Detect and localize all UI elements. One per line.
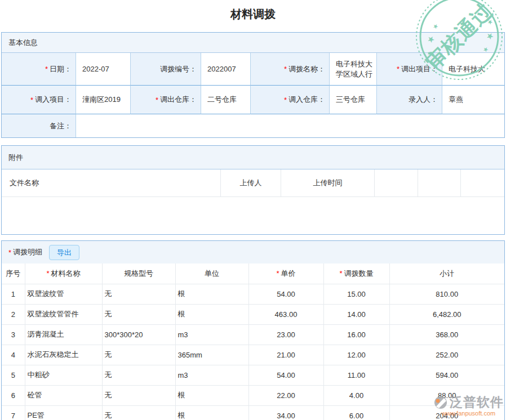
cell-subtotal: 810.00 bbox=[389, 284, 504, 304]
cell-spec-model: 无 bbox=[102, 405, 175, 420]
required-asterisk: * bbox=[397, 65, 400, 73]
cell-subtotal: 368.00 bbox=[389, 324, 504, 345]
field-value-transfer-name: 电子科技大学区域人行 bbox=[330, 53, 377, 86]
table-row: 6 砼管 无 根 22.00 4.00 88.00 bbox=[2, 385, 504, 405]
cell-unit: 根 bbox=[175, 385, 248, 405]
col-material-name: *材料名称 bbox=[25, 263, 102, 284]
field-value-out-project: 电子科技大 bbox=[442, 53, 504, 86]
transfer-detail-panel: * 调拨明细 导出 序号 *材料名称 规格型号 单位 *单价 *调拨数量 小计 … bbox=[1, 240, 505, 420]
cell-seq: 2 bbox=[2, 304, 25, 324]
field-label-in-warehouse: *调入仓库： bbox=[251, 86, 330, 114]
cell-unit: 根 bbox=[175, 405, 248, 420]
cell-seq: 7 bbox=[2, 405, 25, 420]
cell-transfer-qty: 14.00 bbox=[323, 304, 389, 324]
required-asterisk: * bbox=[339, 269, 342, 278]
cell-subtotal: 594.00 bbox=[389, 365, 504, 385]
export-button[interactable]: 导出 bbox=[49, 245, 79, 260]
cell-unit-price: 23.00 bbox=[248, 324, 323, 345]
cell-unit-price: 463.00 bbox=[248, 304, 323, 324]
stamp-star-icon: ★ bbox=[431, 22, 440, 31]
attachments-header: 附件 bbox=[2, 146, 504, 169]
attachment-col-uploader: 上传人 bbox=[221, 169, 281, 197]
table-row: 5 中粗砂 无 m3 54.00 11.00 594.00 bbox=[2, 365, 504, 385]
basic-info-panel: 基本信息 *日期： 2022-07 *调拨编号： 2022007 *调拨名称： … bbox=[1, 32, 505, 138]
required-asterisk: * bbox=[276, 269, 279, 278]
cell-transfer-qty: 16.00 bbox=[323, 324, 389, 345]
cell-material-name: 双壁波纹管 bbox=[25, 284, 102, 304]
cell-seq: 5 bbox=[2, 365, 25, 385]
col-unit-price: *单价 bbox=[248, 263, 323, 284]
required-asterisk: * bbox=[8, 248, 11, 257]
attachment-col-empty bbox=[418, 169, 461, 197]
cell-seq: 6 bbox=[2, 385, 25, 405]
required-asterisk: * bbox=[284, 96, 287, 104]
cell-transfer-qty: 4.00 bbox=[323, 385, 389, 405]
field-label-in-project: *调入项目： bbox=[2, 86, 76, 114]
page-title: 材料调拨 bbox=[0, 6, 506, 22]
cell-unit-price: 21.00 bbox=[248, 345, 323, 365]
basic-info-title: 基本信息 bbox=[8, 38, 38, 48]
required-asterisk: * bbox=[284, 65, 287, 73]
attachment-col-upload-time: 上传时间 bbox=[281, 169, 375, 197]
transfer-detail-table: 序号 *材料名称 规格型号 单位 *单价 *调拨数量 小计 1 双壁波纹管 无 … bbox=[2, 263, 504, 420]
table-row: 7 PE管 无 根 34.00 6.00 204.00 bbox=[2, 405, 504, 420]
cell-spec-model: 300*300*20 bbox=[102, 324, 175, 345]
cell-spec-model: 无 bbox=[102, 365, 175, 385]
transfer-detail-title: 调拨明细 bbox=[13, 247, 42, 257]
field-value-remark bbox=[76, 114, 504, 137]
attachments-title: 附件 bbox=[8, 153, 23, 163]
transfer-detail-header: * 调拨明细 导出 bbox=[2, 241, 504, 263]
table-row: 3 沥青混凝土 300*300*20 m3 23.00 16.00 368.00 bbox=[2, 324, 504, 345]
cell-transfer-qty: 15.00 bbox=[323, 284, 389, 304]
attachments-table: 文件名称 上传人 上传时间 bbox=[2, 169, 504, 197]
field-value-in-project: 潼南区2019 bbox=[76, 86, 131, 114]
cell-spec-model: 无 bbox=[102, 345, 175, 365]
cell-unit-price: 54.00 bbox=[248, 284, 323, 304]
required-asterisk: * bbox=[156, 96, 158, 104]
col-seq: 序号 bbox=[2, 263, 25, 284]
table-row: 4 水泥石灰稳定土 无 365mm 21.00 12.00 252.00 bbox=[2, 345, 504, 365]
field-label-out-project: *调出项目： bbox=[377, 53, 442, 86]
field-value-out-warehouse: 二号仓库 bbox=[201, 86, 251, 114]
cell-seq: 3 bbox=[2, 324, 25, 345]
cell-material-name: PE管 bbox=[25, 405, 102, 420]
cell-unit: m3 bbox=[175, 365, 248, 385]
field-value-in-warehouse: 三号仓库 bbox=[330, 86, 377, 114]
cell-spec-model: 无 bbox=[102, 304, 175, 324]
cell-transfer-qty: 12.00 bbox=[323, 345, 389, 365]
cell-unit: 根 bbox=[175, 304, 248, 324]
required-asterisk: * bbox=[30, 96, 33, 104]
attachment-col-filename: 文件名称 bbox=[2, 169, 221, 197]
cell-subtotal: 6,482.00 bbox=[389, 304, 504, 324]
table-row: 2 双壁波纹管管件 无 根 463.00 14.00 6,482.00 bbox=[2, 304, 504, 324]
field-label-remark: 备注： bbox=[2, 114, 76, 137]
attachments-empty-body bbox=[2, 197, 504, 234]
attachment-col-empty bbox=[375, 169, 418, 197]
cell-transfer-qty: 6.00 bbox=[323, 405, 389, 420]
cell-unit: m3 bbox=[175, 324, 248, 345]
cell-material-name: 沥青混凝土 bbox=[25, 324, 102, 345]
basic-info-header: 基本信息 bbox=[2, 33, 504, 53]
detail-header-row: 序号 *材料名称 规格型号 单位 *单价 *调拨数量 小计 bbox=[2, 263, 504, 284]
attachments-panel: 附件 文件名称 上传人 上传时间 bbox=[1, 145, 505, 235]
field-value-date: 2022-07 bbox=[76, 53, 131, 86]
field-label-recorder: *录入人： bbox=[377, 86, 442, 114]
col-spec-model: 规格型号 bbox=[102, 263, 175, 284]
cell-seq: 4 bbox=[2, 345, 25, 365]
cell-spec-model: 无 bbox=[102, 284, 175, 304]
cell-subtotal: 204.00 bbox=[389, 405, 504, 420]
cell-subtotal: 88.00 bbox=[389, 385, 504, 405]
col-unit: 单位 bbox=[175, 263, 248, 284]
required-asterisk: * bbox=[46, 269, 49, 278]
col-transfer-qty: *调拨数量 bbox=[323, 263, 389, 284]
cell-material-name: 水泥石灰稳定土 bbox=[25, 345, 102, 365]
basic-info-grid: *日期： 2022-07 *调拨编号： 2022007 *调拨名称： 电子科技大… bbox=[2, 53, 504, 137]
field-value-transfer-no: 2022007 bbox=[201, 53, 251, 86]
cell-material-name: 中粗砂 bbox=[25, 365, 102, 385]
cell-material-name: 砼管 bbox=[25, 385, 102, 405]
field-label-date: *日期： bbox=[2, 53, 76, 86]
cell-unit: 365mm bbox=[175, 345, 248, 365]
cell-unit-price: 54.00 bbox=[248, 365, 323, 385]
cell-unit-price: 22.00 bbox=[248, 385, 323, 405]
cell-material-name: 双壁波纹管管件 bbox=[25, 304, 102, 324]
